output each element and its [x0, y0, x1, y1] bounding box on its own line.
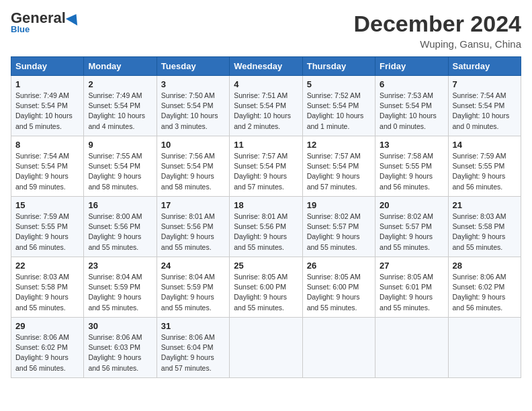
day-info: Sunrise: 8:03 AMSunset: 5:58 PMDaylight:… — [453, 212, 517, 253]
calendar-cell: 7Sunrise: 7:54 AMSunset: 5:54 PMDaylight… — [448, 76, 521, 136]
day-info: Sunrise: 7:53 AMSunset: 5:54 PMDaylight:… — [380, 91, 443, 132]
calendar-cell: 5Sunrise: 7:52 AMSunset: 5:54 PMDaylight… — [302, 76, 375, 136]
calendar-cell: 19Sunrise: 8:02 AMSunset: 5:57 PMDayligh… — [302, 197, 375, 257]
day-number: 7 — [453, 79, 517, 89]
col-header-sunday: Sunday — [11, 57, 84, 76]
week-row-4: 22Sunrise: 8:03 AMSunset: 5:58 PMDayligh… — [11, 257, 521, 318]
day-info: Sunrise: 7:59 AMSunset: 5:55 PMDaylight:… — [15, 212, 79, 253]
calendar-cell — [230, 318, 302, 378]
col-header-tuesday: Tuesday — [157, 57, 229, 76]
col-header-monday: Monday — [84, 57, 157, 76]
calendar-cell: 3Sunrise: 7:50 AMSunset: 5:54 PMDaylight… — [157, 76, 229, 136]
calendar-cell: 4Sunrise: 7:51 AMSunset: 5:54 PMDaylight… — [230, 76, 302, 136]
day-info: Sunrise: 8:03 AMSunset: 5:58 PMDaylight:… — [15, 272, 79, 313]
calendar-cell: 8Sunrise: 7:54 AMSunset: 5:54 PMDaylight… — [11, 136, 84, 197]
day-number: 17 — [161, 200, 225, 210]
calendar-cell: 26Sunrise: 8:05 AMSunset: 6:00 PMDayligh… — [302, 257, 375, 318]
day-info: Sunrise: 7:56 AMSunset: 5:54 PMDaylight:… — [161, 151, 225, 192]
day-info: Sunrise: 8:02 AMSunset: 5:57 PMDaylight:… — [380, 212, 443, 253]
calendar-cell: 16Sunrise: 8:00 AMSunset: 5:56 PMDayligh… — [84, 197, 157, 257]
day-number: 2 — [88, 79, 152, 89]
day-info: Sunrise: 8:01 AMSunset: 5:56 PMDaylight:… — [234, 212, 298, 253]
calendar-cell: 24Sunrise: 8:04 AMSunset: 5:59 PMDayligh… — [157, 257, 229, 318]
calendar-cell: 10Sunrise: 7:56 AMSunset: 5:54 PMDayligh… — [157, 136, 229, 197]
day-info: Sunrise: 7:49 AMSunset: 5:54 PMDaylight:… — [15, 91, 79, 132]
day-number: 8 — [15, 140, 79, 150]
day-number: 20 — [380, 200, 443, 210]
day-info: Sunrise: 7:59 AMSunset: 5:55 PMDaylight:… — [453, 151, 517, 192]
calendar-cell: 29Sunrise: 8:06 AMSunset: 6:02 PMDayligh… — [11, 318, 84, 378]
day-info: Sunrise: 8:04 AMSunset: 5:59 PMDaylight:… — [88, 272, 152, 313]
day-number: 13 — [380, 140, 443, 150]
calendar-table: SundayMondayTuesdayWednesdayThursdayFrid… — [11, 56, 521, 378]
day-number: 15 — [15, 200, 79, 210]
day-number: 10 — [161, 140, 225, 150]
calendar-cell: 11Sunrise: 7:57 AMSunset: 5:54 PMDayligh… — [230, 136, 302, 197]
col-header-wednesday: Wednesday — [230, 57, 302, 76]
calendar-cell: 31Sunrise: 8:06 AMSunset: 6:04 PMDayligh… — [157, 318, 229, 378]
day-info: Sunrise: 8:01 AMSunset: 5:56 PMDaylight:… — [161, 212, 225, 253]
day-number: 3 — [161, 79, 225, 89]
day-info: Sunrise: 8:05 AMSunset: 6:00 PMDaylight:… — [234, 272, 298, 313]
day-number: 26 — [307, 261, 371, 271]
day-number: 27 — [380, 261, 443, 271]
day-number: 30 — [88, 321, 152, 331]
week-row-1: 1Sunrise: 7:49 AMSunset: 5:54 PMDaylight… — [11, 76, 521, 136]
day-info: Sunrise: 7:57 AMSunset: 5:54 PMDaylight:… — [307, 151, 371, 192]
day-info: Sunrise: 7:55 AMSunset: 5:54 PMDaylight:… — [88, 151, 152, 192]
calendar-cell: 9Sunrise: 7:55 AMSunset: 5:54 PMDaylight… — [84, 136, 157, 197]
week-row-3: 15Sunrise: 7:59 AMSunset: 5:55 PMDayligh… — [11, 197, 521, 257]
calendar-header-row: SundayMondayTuesdayWednesdayThursdayFrid… — [11, 57, 521, 76]
day-number: 22 — [15, 261, 79, 271]
calendar-cell: 18Sunrise: 8:01 AMSunset: 5:56 PMDayligh… — [230, 197, 302, 257]
day-info: Sunrise: 7:54 AMSunset: 5:54 PMDaylight:… — [453, 91, 517, 132]
day-info: Sunrise: 7:50 AMSunset: 5:54 PMDaylight:… — [161, 91, 225, 132]
calendar-cell: 2Sunrise: 7:49 AMSunset: 5:54 PMDaylight… — [84, 76, 157, 136]
calendar-cell: 20Sunrise: 8:02 AMSunset: 5:57 PMDayligh… — [375, 197, 448, 257]
day-info: Sunrise: 8:04 AMSunset: 5:59 PMDaylight:… — [161, 272, 225, 313]
col-header-saturday: Saturday — [448, 57, 521, 76]
calendar-cell — [302, 318, 375, 378]
day-info: Sunrise: 7:51 AMSunset: 5:54 PMDaylight:… — [234, 91, 298, 132]
calendar-cell: 1Sunrise: 7:49 AMSunset: 5:54 PMDaylight… — [11, 76, 84, 136]
day-number: 19 — [307, 200, 371, 210]
logo-blue: Blue — [11, 24, 30, 34]
day-number: 12 — [307, 140, 371, 150]
day-info: Sunrise: 8:06 AMSunset: 6:02 PMDaylight:… — [453, 272, 517, 313]
calendar-cell: 6Sunrise: 7:53 AMSunset: 5:54 PMDaylight… — [375, 76, 448, 136]
calendar-cell — [448, 318, 521, 378]
day-number: 4 — [234, 79, 298, 89]
day-info: Sunrise: 8:06 AMSunset: 6:02 PMDaylight:… — [15, 332, 79, 373]
calendar-cell: 17Sunrise: 8:01 AMSunset: 5:56 PMDayligh… — [157, 197, 229, 257]
calendar-cell: 14Sunrise: 7:59 AMSunset: 5:55 PMDayligh… — [448, 136, 521, 197]
location: Wuping, Gansu, China — [353, 38, 521, 50]
calendar-cell: 28Sunrise: 8:06 AMSunset: 6:02 PMDayligh… — [448, 257, 521, 318]
day-number: 28 — [453, 261, 517, 271]
day-number: 31 — [161, 321, 225, 331]
calendar-cell: 12Sunrise: 7:57 AMSunset: 5:54 PMDayligh… — [302, 136, 375, 197]
week-row-2: 8Sunrise: 7:54 AMSunset: 5:54 PMDaylight… — [11, 136, 521, 197]
title-block: December 2024 Wuping, Gansu, China — [353, 11, 521, 50]
calendar-cell: 13Sunrise: 7:58 AMSunset: 5:55 PMDayligh… — [375, 136, 448, 197]
day-number: 1 — [15, 79, 79, 89]
calendar-cell: 21Sunrise: 8:03 AMSunset: 5:58 PMDayligh… — [448, 197, 521, 257]
logo-general: General — [11, 11, 66, 26]
day-number: 16 — [88, 200, 152, 210]
day-info: Sunrise: 7:54 AMSunset: 5:54 PMDaylight:… — [15, 151, 79, 192]
day-number: 18 — [234, 200, 298, 210]
day-number: 5 — [307, 79, 371, 89]
day-number: 9 — [88, 140, 152, 150]
logo-icon — [66, 11, 82, 26]
calendar-cell: 23Sunrise: 8:04 AMSunset: 5:59 PMDayligh… — [84, 257, 157, 318]
month-title: December 2024 — [353, 11, 521, 37]
day-number: 11 — [234, 140, 298, 150]
calendar-cell: 22Sunrise: 8:03 AMSunset: 5:58 PMDayligh… — [11, 257, 84, 318]
logo: General Blue — [11, 11, 81, 34]
day-info: Sunrise: 7:52 AMSunset: 5:54 PMDaylight:… — [307, 91, 371, 132]
page-header: General Blue December 2024 Wuping, Gansu… — [11, 11, 521, 50]
day-info: Sunrise: 7:58 AMSunset: 5:55 PMDaylight:… — [380, 151, 443, 192]
day-number: 24 — [161, 261, 225, 271]
calendar-cell: 30Sunrise: 8:06 AMSunset: 6:03 PMDayligh… — [84, 318, 157, 378]
day-info: Sunrise: 7:57 AMSunset: 5:54 PMDaylight:… — [234, 151, 298, 192]
day-number: 14 — [453, 140, 517, 150]
